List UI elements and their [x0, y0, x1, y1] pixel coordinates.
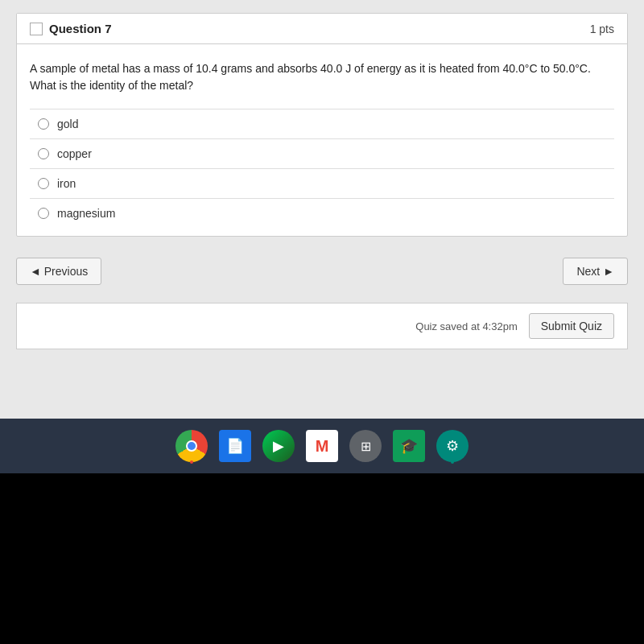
- classroom-icon[interactable]: 🎓: [393, 430, 425, 462]
- answer-option-magnesium[interactable]: magnesium: [30, 199, 614, 228]
- apps-icon[interactable]: ⊞: [349, 430, 382, 462]
- nav-row: ◄ Previous Next ►: [16, 250, 628, 293]
- answer-label-copper: copper: [57, 147, 92, 160]
- chrome-dot: [190, 460, 193, 464]
- question-card: Question 7 1 pts A sample of metal has a…: [16, 13, 628, 237]
- quiz-area: Question 7 1 pts A sample of metal has a…: [0, 0, 644, 419]
- gmail-icon[interactable]: M: [306, 430, 338, 462]
- radio-magnesium[interactable]: [38, 208, 49, 219]
- answer-options: gold copper iron magnesium: [30, 109, 614, 228]
- next-button[interactable]: Next ►: [563, 258, 628, 285]
- submit-quiz-button[interactable]: Submit Quiz: [529, 313, 614, 339]
- answer-option-gold[interactable]: gold: [30, 109, 614, 139]
- question-checkbox: [30, 23, 43, 35]
- chrome-inner: [186, 440, 197, 452]
- answer-label-iron: iron: [57, 177, 76, 190]
- question-number: Question 7: [49, 22, 112, 35]
- radio-copper[interactable]: [38, 148, 49, 159]
- question-text: A sample of metal has a mass of 10.4 gra…: [30, 60, 614, 94]
- radio-iron[interactable]: [38, 178, 49, 189]
- quiz-saved-text: Quiz saved at 4:32pm: [415, 320, 517, 332]
- answer-option-copper[interactable]: copper: [30, 139, 614, 169]
- question-points: 1 pts: [590, 23, 614, 35]
- settings-icon[interactable]: ⚙: [436, 430, 469, 462]
- footer-bar: Quiz saved at 4:32pm Submit Quiz: [16, 303, 628, 349]
- answer-label-gold: gold: [57, 118, 78, 130]
- answer-option-iron[interactable]: iron: [30, 169, 614, 199]
- docs-icon[interactable]: 📄: [219, 430, 251, 462]
- question-body: A sample of metal has a mass of 10.4 gra…: [17, 44, 627, 236]
- answer-label-magnesium: magnesium: [57, 207, 115, 220]
- radio-gold[interactable]: [38, 118, 49, 130]
- previous-button[interactable]: ◄ Previous: [16, 258, 101, 285]
- question-header: Question 7 1 pts: [17, 14, 627, 44]
- settings-dot: [451, 460, 454, 464]
- taskbar: 📄 ▶ M ⊞ 🎓 ⚙: [0, 419, 644, 473]
- black-area: [0, 473, 644, 644]
- play-icon[interactable]: ▶: [262, 430, 295, 462]
- chrome-icon[interactable]: [175, 430, 208, 462]
